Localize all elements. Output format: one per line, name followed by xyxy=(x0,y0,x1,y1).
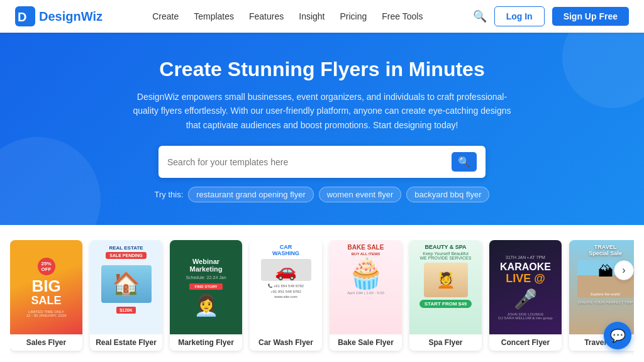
template-card-sales[interactable]: 25%OFF BIG SALE LIMITED TIME ONLY12 - 30… xyxy=(10,240,82,351)
suggestion-chip[interactable]: women event flyer xyxy=(319,187,402,202)
svg-text:D: D xyxy=(18,10,26,24)
next-button[interactable]: › xyxy=(614,260,634,280)
templates-wrapper: 25%OFF BIG SALE LIMITED TIME ONLY12 - 30… xyxy=(10,240,634,356)
nav-item-pricing[interactable]: Pricing xyxy=(340,11,367,21)
nav-item-features[interactable]: Features xyxy=(249,11,284,21)
search-bar: 🔍 xyxy=(158,146,486,178)
chat-button[interactable]: 💬 xyxy=(604,322,631,349)
template-thumb-sales: 25%OFF BIG SALE LIMITED TIME ONLY12 - 30… xyxy=(10,240,82,334)
logo[interactable]: D DesignWiz xyxy=(15,6,103,26)
template-thumb-marketing: WebinarMarketing Schedule: 22-24 Jan FIN… xyxy=(170,240,242,334)
search-icon-btn[interactable]: 🔍 xyxy=(473,9,487,23)
nav-item-free-tools[interactable]: Free Tools xyxy=(382,11,423,21)
suggestion-chip[interactable]: backyard bbq flyer xyxy=(406,187,489,202)
template-card-marketing[interactable]: WebinarMarketing Schedule: 22-24 Jan FIN… xyxy=(170,240,242,351)
template-thumb-karaoke: 31TH JAN • AT 7PM KARAOKE LIVE @ 🎤 JOHN … xyxy=(489,240,562,334)
nav-item-templates[interactable]: Templates xyxy=(194,11,234,21)
template-label: Spa Flyer xyxy=(409,334,482,351)
templates-row: 25%OFF BIG SALE LIMITED TIME ONLY12 - 30… xyxy=(10,240,634,356)
template-card-karaoke[interactable]: 31TH JAN • AT 7PM KARAOKE LIVE @ 🎤 JOHN … xyxy=(489,240,562,351)
template-label: Concert Flyer xyxy=(489,334,562,351)
template-thumb-carwash: CARWASHING 📞 +91 654 548 9782+91 851 548… xyxy=(250,240,322,334)
templates-section: 25%OFF BIG SALE LIMITED TIME ONLY12 - 30… xyxy=(0,225,644,362)
suggestion-chip[interactable]: restaurant grand opening flyer xyxy=(188,187,313,202)
header-right: 🔍 Log In Sign Up Free xyxy=(473,6,629,26)
template-card-bake[interactable]: BAKE SALE BUY ALL ITEMS 🧁 April 13th | 1… xyxy=(330,240,402,351)
template-thumb-spa: BEAUTY & SPA Keep Yourself BeautifulWE P… xyxy=(409,240,482,334)
header: D DesignWiz CreateTemplatesFeaturesInsig… xyxy=(0,0,644,33)
template-card-carwash[interactable]: CARWASHING 📞 +91 654 548 9782+91 851 548… xyxy=(250,240,322,351)
try-this-row: Try this: restaurant grand opening flyer… xyxy=(15,187,629,202)
hero-section: Create Stunning Flyers in Minutes Design… xyxy=(0,33,644,225)
template-label: Bake Sale Flyer xyxy=(330,334,402,351)
template-thumb-realestate: REAL ESTATE SALE PENDING 🏠 $120K xyxy=(90,240,162,334)
template-card-realestate[interactable]: REAL ESTATE SALE PENDING 🏠 $120K Real Es… xyxy=(90,240,162,351)
hero-description: DesignWiz empowers small businesses, eve… xyxy=(127,90,517,132)
template-label: Marketing Flyer xyxy=(170,334,242,351)
main-nav: CreateTemplatesFeaturesInsightPricingFre… xyxy=(152,11,423,22)
signup-button[interactable]: Sign Up Free xyxy=(552,7,629,26)
search-input[interactable] xyxy=(167,157,452,167)
template-card-spa[interactable]: BEAUTY & SPA Keep Yourself BeautifulWE P… xyxy=(409,240,482,351)
nav-item-create[interactable]: Create xyxy=(152,11,179,21)
hero-title: Create Stunning Flyers in Minutes xyxy=(15,58,629,81)
template-label: Sales Flyer xyxy=(10,334,82,351)
logo-text: DesignWiz xyxy=(39,9,103,24)
try-this-label: Try this: xyxy=(155,190,184,199)
search-button[interactable]: 🔍 xyxy=(452,152,477,172)
template-label: Real Estate Flyer xyxy=(90,334,162,351)
template-thumb-bake: BAKE SALE BUY ALL ITEMS 🧁 April 13th | 1… xyxy=(330,240,402,334)
logo-icon: D xyxy=(15,6,35,26)
nav-item-insight[interactable]: Insight xyxy=(299,11,325,21)
template-thumb-travel: TRAVELSpecial Sale 🏔 Explore the world C… xyxy=(569,240,634,334)
template-label: Car Wash Flyer xyxy=(250,334,322,351)
login-button[interactable]: Log In xyxy=(494,6,545,26)
